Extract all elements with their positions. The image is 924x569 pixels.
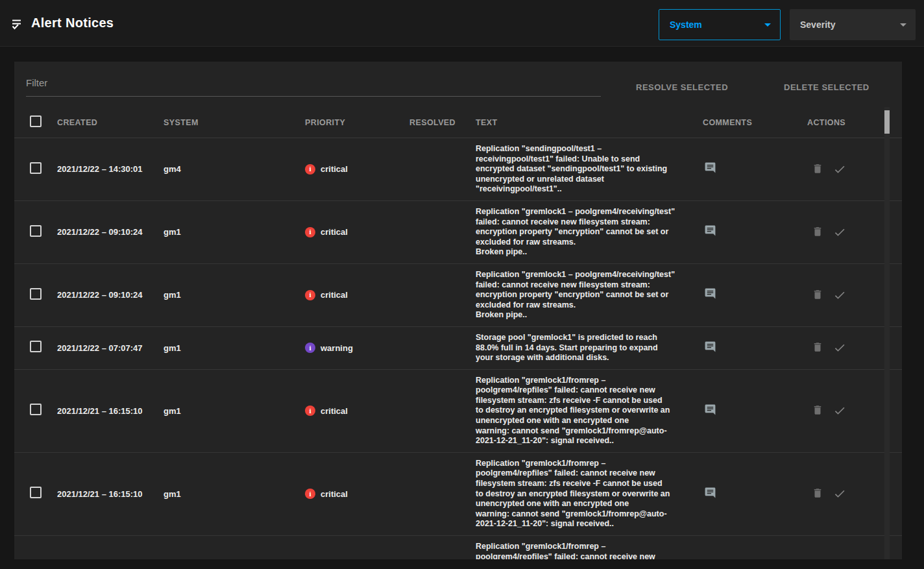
header-priority: PRIORITY <box>305 118 409 127</box>
cell-created: 2021/12/21 – 16:15:10 <box>57 489 164 499</box>
severity-filter-label: Severity <box>800 19 835 30</box>
header-resolved: RESOLVED <box>409 118 476 127</box>
row-checkbox[interactable] <box>30 225 42 237</box>
cell-priority: critical <box>305 489 409 499</box>
priority-info-icon <box>305 489 315 499</box>
chevron-down-icon <box>764 23 771 27</box>
header-comments: COMMENTS <box>703 118 807 127</box>
resolve-check-icon[interactable] <box>833 226 846 239</box>
table-body: 2021/12/22 – 14:30:01 gm4 critical Repli… <box>14 138 902 559</box>
table-row: 2021/12/22 – 14:30:01 gm4 critical Repli… <box>14 138 902 201</box>
priority-label: critical <box>321 290 348 300</box>
resolve-selected-button[interactable]: RESOLVE SELECTED <box>636 82 728 92</box>
comment-icon[interactable] <box>704 162 716 174</box>
delete-icon[interactable] <box>812 226 823 239</box>
cell-text: Replication "gremlock1 – poolgrem4/recei… <box>476 207 703 258</box>
cell-text: Replication "gremlock1/fromrep – poolgre… <box>476 542 703 559</box>
priority-label: critical <box>321 227 348 237</box>
alert-list-icon <box>10 16 26 32</box>
alerts-card: RESOLVE SELECTED DELETE SELECTED CREATED… <box>14 62 902 559</box>
cell-text: Replication "gremlock1/fromrep – poolgre… <box>476 376 703 446</box>
row-checkbox[interactable] <box>30 487 42 498</box>
priority-info-icon <box>305 227 315 237</box>
cell-priority: critical <box>305 227 409 237</box>
priority-info-icon <box>305 290 315 300</box>
priority-label: critical <box>321 164 348 174</box>
comment-icon[interactable] <box>704 224 716 237</box>
delete-icon[interactable] <box>812 487 823 500</box>
page-title: Alert Notices <box>31 16 114 30</box>
table-header-row: CREATED SYSTEM PRIORITY RESOLVED TEXT CO… <box>14 107 902 138</box>
cell-system: gm1 <box>164 290 305 300</box>
table-row: 2021/12/22 – 09:10:24 gm1 critical Repli… <box>14 201 902 264</box>
resolve-check-icon[interactable] <box>833 404 846 417</box>
delete-icon[interactable] <box>812 341 823 354</box>
table-row: 2021/12/21 – 16:15:10 gm1 critical Repli… <box>14 370 902 453</box>
priority-info-icon <box>305 406 315 416</box>
comment-icon[interactable] <box>704 287 716 300</box>
cell-created: 2021/12/22 – 07:07:47 <box>57 343 164 353</box>
cell-system: gm1 <box>164 343 305 353</box>
topbar: Alert Notices System Severity <box>0 0 924 47</box>
cell-system: gm1 <box>164 489 305 499</box>
system-filter-label: System <box>670 19 702 30</box>
cell-priority: critical <box>305 164 409 175</box>
row-checkbox[interactable] <box>30 341 42 352</box>
cell-priority: warning <box>305 343 409 353</box>
delete-selected-button[interactable]: DELETE SELECTED <box>784 82 869 92</box>
cell-created: 2021/12/22 – 09:10:24 <box>57 227 164 237</box>
row-checkbox[interactable] <box>30 162 42 174</box>
resolve-check-icon[interactable] <box>833 341 846 354</box>
system-filter-dropdown[interactable]: System <box>659 9 781 40</box>
cell-text: Replication "gremlock1 – poolgrem4/recei… <box>476 270 703 321</box>
cell-system: gm1 <box>164 227 305 237</box>
row-checkbox[interactable] <box>30 404 42 415</box>
comment-icon[interactable] <box>704 341 716 353</box>
table-row: 2021/12/21 – 16:15:10 gm1 critical Repli… <box>14 453 902 536</box>
delete-icon[interactable] <box>812 289 823 302</box>
resolve-check-icon[interactable] <box>833 487 846 500</box>
cell-priority: critical <box>305 406 409 416</box>
header-system: SYSTEM <box>164 118 305 127</box>
cell-created: 2021/12/22 – 14:30:01 <box>57 164 164 174</box>
select-all-checkbox[interactable] <box>30 115 42 127</box>
scrollbar-thumb[interactable] <box>884 110 890 134</box>
priority-info-icon <box>305 164 315 175</box>
delete-icon[interactable] <box>812 163 823 176</box>
table-toolbar: RESOLVE SELECTED DELETE SELECTED <box>14 62 902 107</box>
resolve-check-icon[interactable] <box>833 163 846 176</box>
chevron-down-icon <box>900 23 906 27</box>
comment-icon[interactable] <box>704 487 716 499</box>
resolve-check-icon[interactable] <box>833 289 846 302</box>
table-row: 2021/12/22 – 09:10:24 gm1 critical Repli… <box>14 264 902 327</box>
delete-icon[interactable] <box>812 404 823 417</box>
row-checkbox[interactable] <box>30 288 42 300</box>
header-text: TEXT <box>476 118 703 127</box>
priority-info-icon <box>305 343 315 353</box>
filter-input[interactable] <box>26 73 601 97</box>
cell-text: Replication "gremlock1/fromrep – poolgre… <box>476 459 703 529</box>
table-row: 2021/12/21 – 16:15:10 gm1 critical Repli… <box>14 536 902 559</box>
comment-icon[interactable] <box>704 404 716 416</box>
severity-filter-dropdown[interactable]: Severity <box>790 9 916 40</box>
header-created: CREATED <box>57 118 164 127</box>
cell-system: gm4 <box>164 164 305 174</box>
cell-priority: critical <box>305 290 409 300</box>
cell-created: 2021/12/22 – 09:10:24 <box>57 290 164 300</box>
cell-text: Storage pool "gremlock1" is predicted to… <box>476 333 703 363</box>
cell-system: gm1 <box>164 406 305 416</box>
priority-label: warning <box>321 343 353 353</box>
cell-created: 2021/12/21 – 16:15:10 <box>57 406 164 416</box>
priority-label: critical <box>321 489 348 499</box>
priority-label: critical <box>321 406 348 416</box>
scrollbar-track <box>884 107 890 559</box>
cell-text: Replication "sendingpool/test1 – receivi… <box>476 144 703 195</box>
table-row: 2021/12/22 – 07:07:47 gm1 warning Storag… <box>14 327 902 370</box>
